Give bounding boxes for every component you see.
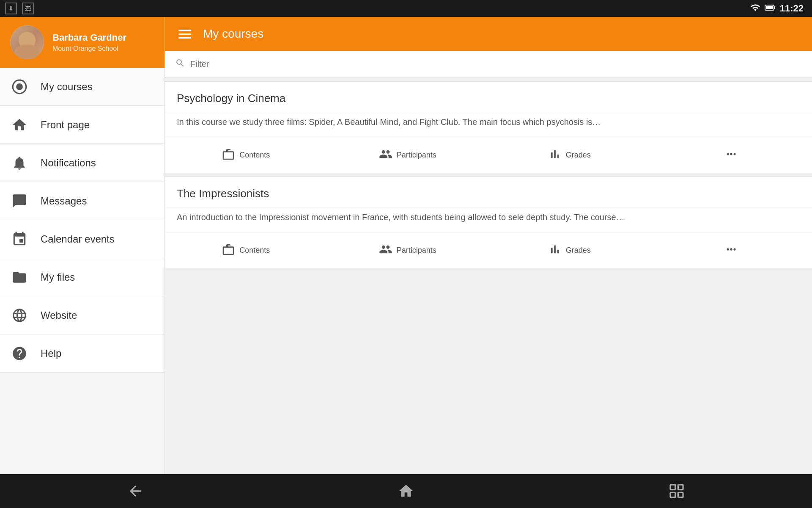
avatar-image	[10, 25, 44, 59]
hamburger-button[interactable]	[177, 28, 193, 40]
contents-label-2: Contents	[239, 246, 270, 255]
courses-list: Psychology in Cinema In this course we s…	[165, 78, 812, 474]
course-action-grades-1[interactable]: Grades	[488, 142, 650, 168]
app-container: Barbara Gardner Mount Orange School My c…	[0, 17, 812, 474]
bar-chart-icon	[548, 147, 562, 163]
top-bar: My courses	[165, 17, 812, 51]
search-icon	[175, 58, 185, 71]
download-icon: ⬇	[5, 3, 17, 14]
bottom-nav	[0, 474, 812, 508]
hamburger-line-3	[178, 37, 191, 39]
website-label: Website	[41, 309, 77, 321]
avatar	[10, 25, 44, 59]
notifications-label: Notifications	[41, 157, 96, 169]
svg-rect-8	[678, 492, 683, 497]
back-button[interactable]	[118, 478, 152, 504]
help-icon	[10, 344, 29, 363]
image-icon: 🖼	[22, 3, 34, 14]
sidebar-item-my-files[interactable]: My files	[0, 258, 165, 296]
user-school: Mount Orange School	[52, 45, 126, 52]
course-description-impressionists: An introduction to the Impressionist mov…	[165, 207, 812, 232]
wifi-icon	[750, 3, 760, 14]
hamburger-line-1	[178, 30, 191, 31]
sidebar-header: Barbara Gardner Mount Orange School	[0, 17, 165, 68]
my-courses-label: My courses	[41, 81, 93, 93]
course-action-participants-1[interactable]: Participants	[327, 142, 489, 168]
course-card-impressionists: The Impressionists An introduction to th…	[165, 177, 812, 268]
svg-point-4	[16, 83, 23, 90]
home-button[interactable]	[389, 478, 423, 504]
grades-label-2: Grades	[566, 246, 591, 255]
bell-icon	[10, 154, 29, 172]
svg-rect-6	[670, 492, 675, 497]
sidebar-item-notifications[interactable]: Notifications	[0, 144, 165, 182]
page-title: My courses	[203, 27, 263, 41]
sidebar-item-front-page[interactable]: Front page	[0, 106, 165, 144]
grades-label-1: Grades	[566, 151, 591, 160]
main-content: My courses Psychology in Cinema In this …	[165, 17, 812, 474]
more-icon-2	[724, 243, 738, 258]
calendar-icon	[10, 230, 29, 248]
filter-bar	[165, 51, 812, 78]
svg-rect-7	[678, 485, 683, 490]
bar-chart-icon-2	[548, 243, 562, 258]
course-card-psychology: Psychology in Cinema In this course we s…	[165, 81, 812, 173]
svg-rect-2	[766, 6, 773, 9]
filter-input[interactable]	[190, 59, 802, 69]
course-actions-impressionists: Contents Participants Grades	[165, 232, 812, 268]
sidebar-nav: My courses Front page Notifications	[0, 68, 165, 474]
course-action-contents-2[interactable]: Contents	[165, 237, 327, 263]
svg-rect-1	[774, 6, 775, 9]
home-icon	[10, 116, 29, 134]
briefcase-icon	[222, 147, 235, 163]
course-actions-psychology: Contents Participants Grades	[165, 137, 812, 173]
help-label: Help	[41, 348, 61, 359]
sidebar: Barbara Gardner Mount Orange School My c…	[0, 17, 165, 474]
participants-label-2: Participants	[397, 246, 436, 255]
contents-label-1: Contents	[239, 151, 270, 160]
course-action-contents-1[interactable]: Contents	[165, 142, 327, 168]
course-description-psychology: In this course we study three films: Spi…	[165, 112, 812, 137]
course-action-more-1[interactable]	[650, 142, 812, 168]
front-page-label: Front page	[41, 119, 90, 131]
more-icon	[724, 147, 738, 163]
briefcase-icon-2	[222, 243, 235, 258]
system-icons: ⬇ 🖼	[0, 0, 39, 17]
course-action-participants-2[interactable]: Participants	[327, 237, 489, 263]
user-name: Barbara Gardner	[52, 32, 126, 43]
course-action-more-2[interactable]	[650, 237, 812, 263]
battery-icon	[765, 3, 776, 14]
user-info: Barbara Gardner Mount Orange School	[52, 32, 126, 52]
calendar-events-label: Calendar events	[41, 233, 115, 245]
sidebar-item-messages[interactable]: Messages	[0, 182, 165, 220]
record-icon	[10, 77, 29, 96]
participants-label-1: Participants	[397, 151, 436, 160]
my-files-label: My files	[41, 271, 75, 283]
svg-rect-5	[670, 485, 675, 490]
messages-label: Messages	[41, 195, 87, 207]
globe-icon	[10, 306, 29, 325]
status-time: 11:22	[780, 3, 804, 14]
course-action-grades-2[interactable]: Grades	[488, 237, 650, 263]
recent-apps-button[interactable]	[660, 478, 694, 504]
sidebar-item-calendar-events[interactable]: Calendar events	[0, 220, 165, 258]
sidebar-item-help[interactable]: Help	[0, 334, 165, 373]
people-icon-2	[379, 243, 392, 258]
people-icon	[379, 147, 392, 163]
course-title-impressionists[interactable]: The Impressionists	[165, 177, 812, 207]
folder-icon	[10, 268, 29, 287]
sidebar-item-my-courses[interactable]: My courses	[0, 68, 165, 106]
status-bar: ⬇ 🖼 11:22	[0, 0, 812, 17]
sidebar-item-website[interactable]: Website	[0, 296, 165, 334]
course-title-psychology[interactable]: Psychology in Cinema	[165, 82, 812, 112]
hamburger-line-2	[178, 33, 191, 35]
chat-icon	[10, 192, 29, 210]
status-icons: 11:22	[750, 3, 804, 14]
